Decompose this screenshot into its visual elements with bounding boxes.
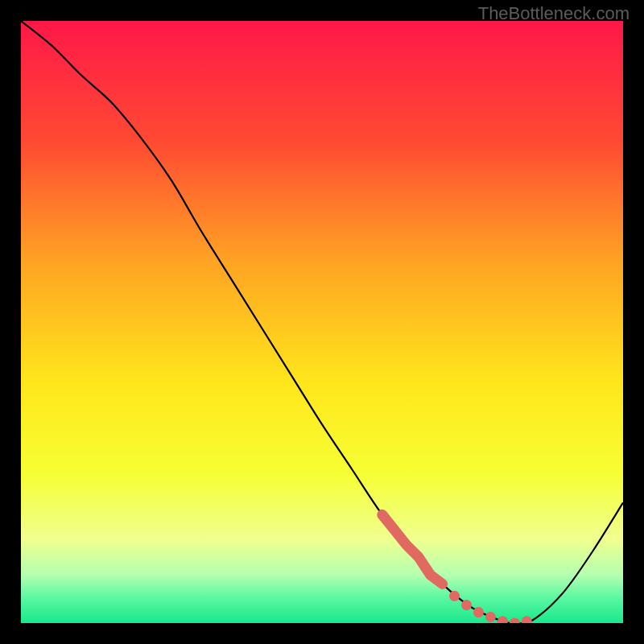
chart-background-gradient [21, 21, 623, 623]
highlight-dot [473, 607, 484, 617]
chart-plot-area [21, 21, 623, 623]
highlight-dot [449, 591, 460, 601]
bottleneck-chart [21, 21, 623, 623]
highlight-dot [461, 600, 472, 610]
highlight-dot [485, 612, 496, 622]
watermark-text: TheBottleneck.com [478, 3, 630, 24]
